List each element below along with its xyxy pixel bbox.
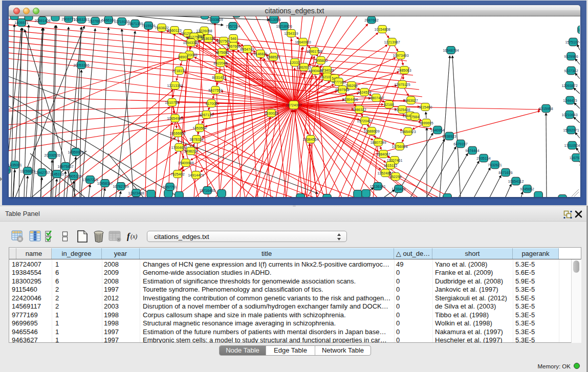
svg-text:10756928: 10756928 <box>391 145 407 148</box>
svg-text:7357224: 7357224 <box>226 25 239 28</box>
svg-text:12093872: 12093872 <box>561 84 577 87</box>
svg-text:8813054: 8813054 <box>267 18 280 21</box>
svg-text:1640954: 1640954 <box>430 128 444 132</box>
svg-text:20364436: 20364436 <box>342 98 358 101</box>
svg-text:9657791: 9657791 <box>163 185 177 189</box>
svg-text:3498224: 3498224 <box>184 149 198 153</box>
svg-text:6497568: 6497568 <box>335 88 349 92</box>
svg-text:9115460: 9115460 <box>419 105 432 109</box>
svg-text:8938923: 8938923 <box>442 135 456 138</box>
svg-text:9463627: 9463627 <box>404 99 418 102</box>
svg-text:9329966: 9329966 <box>564 55 578 58</box>
svg-text:17004678: 17004678 <box>171 146 187 149</box>
svg-text:2367608: 2367608 <box>226 45 240 48</box>
svg-text:3875685: 3875685 <box>215 51 229 54</box>
svg-text:6479197: 6479197 <box>453 142 467 146</box>
svg-text:8422048: 8422048 <box>213 61 227 65</box>
svg-text:12942757: 12942757 <box>34 171 50 174</box>
svg-text:9146821: 9146821 <box>253 52 267 56</box>
svg-text:1624534: 1624534 <box>357 91 371 94</box>
svg-text:1112: 1112 <box>578 28 580 32</box>
svg-text:746266: 746266 <box>345 84 357 87</box>
svg-text:9384067: 9384067 <box>376 152 390 156</box>
svg-text:1353594: 1353594 <box>192 126 206 130</box>
svg-text:15409948: 15409948 <box>178 161 193 165</box>
svg-text:17957225: 17957225 <box>82 178 98 182</box>
svg-text:9474444: 9474444 <box>465 149 479 152</box>
svg-text:8267130: 8267130 <box>199 113 213 117</box>
svg-text:8186328: 8186328 <box>201 37 215 40</box>
svg-text:8031414: 8031414 <box>212 76 226 79</box>
svg-text:8471676: 8471676 <box>498 171 512 174</box>
svg-text:3878324: 3878324 <box>189 138 203 141</box>
svg-text:9245652: 9245652 <box>520 187 534 191</box>
svg-text:10210643: 10210643 <box>561 113 577 117</box>
svg-text:12037: 12037 <box>290 61 300 64</box>
svg-text:13524851: 13524851 <box>377 171 393 175</box>
svg-text:9327508: 9327508 <box>216 39 230 43</box>
svg-text:15136141: 15136141 <box>369 185 385 188</box>
svg-text:7955812: 7955812 <box>314 59 328 62</box>
svg-text:1362615: 1362615 <box>297 65 311 69</box>
svg-text:1145193: 1145193 <box>50 172 64 176</box>
svg-text:1610755: 1610755 <box>165 101 179 104</box>
svg-text:11156829: 11156829 <box>20 169 35 173</box>
svg-text:1167534: 1167534 <box>570 156 580 160</box>
svg-text:10975857: 10975857 <box>57 165 73 168</box>
svg-text:8454749: 8454749 <box>240 48 254 51</box>
svg-text:(x): (x) <box>130 233 137 240</box>
svg-text:20053346: 20053346 <box>73 63 89 67</box>
svg-text:7485063: 7485063 <box>397 69 411 72</box>
svg-text:39101: 39101 <box>9 168 11 172</box>
svg-text:10654112: 10654112 <box>508 180 524 183</box>
svg-text:20206526: 20206526 <box>44 154 60 157</box>
svg-text:10154808: 10154808 <box>374 28 390 31</box>
svg-text:18127509: 18127509 <box>186 35 202 39</box>
svg-text:9734028: 9734028 <box>320 69 334 72</box>
svg-text:8660123: 8660123 <box>167 29 181 32</box>
svg-text:2530023: 2530023 <box>264 112 278 115</box>
svg-text:9777169: 9777169 <box>332 80 345 84</box>
svg-text:12213393: 12213393 <box>167 84 183 87</box>
svg-text:2718170: 2718170 <box>172 69 186 73</box>
svg-text:10958117: 10958117 <box>97 182 113 185</box>
svg-text:252254: 252254 <box>389 175 401 179</box>
svg-text:13226058: 13226058 <box>196 29 212 33</box>
svg-text:14359926: 14359926 <box>68 150 83 154</box>
svg-text:1733426: 1733426 <box>391 187 405 191</box>
svg-text:10653287: 10653287 <box>73 18 89 21</box>
svg-text:14914479: 14914479 <box>188 173 204 177</box>
svg-text:1405571: 1405571 <box>14 21 28 25</box>
svg-text:19654923: 19654923 <box>400 130 416 134</box>
svg-text:19218906: 19218906 <box>276 25 292 28</box>
svg-text:7632621: 7632621 <box>488 163 502 167</box>
svg-text:7625402: 7625402 <box>170 172 184 176</box>
svg-text:2087682: 2087682 <box>364 18 378 22</box>
svg-text:1244415: 1244415 <box>563 99 577 102</box>
svg-text:7986322: 7986322 <box>352 108 366 112</box>
svg-text:9699695: 9699695 <box>419 121 433 125</box>
svg-text:12213987: 12213987 <box>384 40 400 44</box>
svg-text:1435001: 1435001 <box>9 163 22 167</box>
svg-text:16033809: 16033809 <box>207 18 223 21</box>
svg-text:62160: 62160 <box>384 103 394 106</box>
svg-text:8215958: 8215958 <box>539 107 553 111</box>
svg-text:15751074: 15751074 <box>565 40 580 44</box>
svg-text:19166852: 19166852 <box>169 132 185 135</box>
svg-text:10025438: 10025438 <box>394 108 410 112</box>
svg-text:1615112: 1615112 <box>384 164 398 167</box>
svg-text:8427552: 8427552 <box>208 89 222 92</box>
svg-text:12923448: 12923448 <box>128 191 144 195</box>
svg-text:15716485: 15716485 <box>199 189 215 192</box>
svg-text:7663822: 7663822 <box>155 26 168 30</box>
svg-text:16782759: 16782759 <box>113 185 128 188</box>
svg-text:2935134: 2935134 <box>476 157 490 160</box>
svg-text:19384554: 19384554 <box>302 138 318 141</box>
svg-text:10973493: 10973493 <box>393 54 408 57</box>
svg-text:7515526: 7515526 <box>141 24 155 28</box>
svg-text:15720407: 15720407 <box>357 119 373 123</box>
svg-text:546: 546 <box>230 37 236 40</box>
svg-text:10807487: 10807487 <box>368 96 384 100</box>
svg-text:10688609: 10688609 <box>363 129 379 133</box>
svg-text:16640910: 16640910 <box>295 40 311 44</box>
